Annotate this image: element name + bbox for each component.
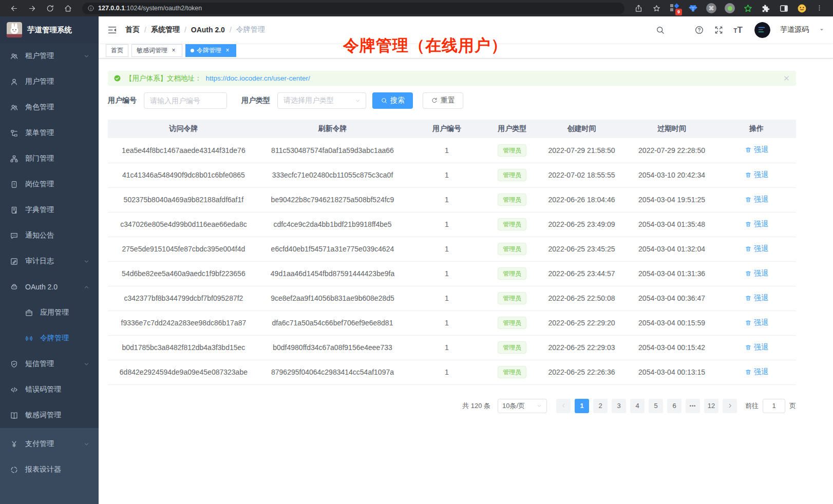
- browser-back-icon[interactable]: [10, 4, 18, 13]
- user-id-input[interactable]: [144, 92, 227, 109]
- header-search-icon[interactable]: [655, 25, 665, 35]
- reset-button[interactable]: 重置: [423, 92, 463, 109]
- tag-label: 首页: [111, 46, 123, 55]
- github-icon[interactable]: [675, 25, 685, 35]
- browser-menu-icon[interactable]: [816, 4, 823, 13]
- fullscreen-icon[interactable]: [714, 25, 724, 35]
- extension-grid-icon[interactable]: 9: [670, 3, 680, 13]
- page-button-1[interactable]: 1: [575, 399, 589, 413]
- page-button-4[interactable]: 4: [630, 399, 645, 413]
- search-button[interactable]: 搜索: [372, 92, 413, 109]
- sidebar-item-oauth2[interactable]: OAuth 2.0: [0, 274, 99, 300]
- user-id-cell: 1: [406, 286, 487, 311]
- force-logout-button[interactable]: 强退: [745, 294, 768, 303]
- force-logout-button[interactable]: 强退: [745, 220, 768, 229]
- sidebar-item-sensitive-word[interactable]: 敏感词管理: [0, 402, 99, 428]
- user-type-badge: 管理员: [498, 218, 526, 230]
- force-logout-button[interactable]: 强退: [745, 367, 768, 377]
- top-navbar: 首页/系统管理/OAuth 2.0/令牌管理 TT 芋道源码: [99, 16, 833, 43]
- profile-avatar-icon[interactable]: [797, 4, 807, 13]
- side-panel-icon[interactable]: [779, 4, 789, 13]
- breadcrumb-item[interactable]: OAuth 2.0: [191, 26, 225, 34]
- column-header: 访问令牌: [108, 120, 259, 138]
- breadcrumb-item[interactable]: 系统管理: [151, 25, 180, 34]
- created-time-cell: 2022-06-25 23:49:09: [537, 212, 627, 237]
- trash-icon: [745, 270, 752, 277]
- sidebar-item-menu[interactable]: 菜单管理: [0, 120, 99, 146]
- page-button-3[interactable]: 3: [612, 399, 626, 413]
- puzzle-extension-icon[interactable]: [761, 4, 771, 13]
- alert-close-icon[interactable]: [783, 74, 790, 82]
- user-menu-caret-icon[interactable]: [819, 27, 825, 33]
- page-button-5[interactable]: 5: [649, 399, 663, 413]
- share-icon[interactable]: [634, 4, 643, 13]
- force-logout-button[interactable]: 强退: [745, 195, 768, 204]
- browser-reload-icon[interactable]: [46, 4, 54, 13]
- sidebar-item-tenant[interactable]: 租户管理: [0, 43, 99, 69]
- tag-close-icon[interactable]: ×: [224, 47, 231, 54]
- tag-令牌管理[interactable]: 令牌管理×: [185, 44, 236, 57]
- sidebar-item-user[interactable]: 用户管理: [0, 69, 99, 94]
- force-logout-button[interactable]: 强退: [745, 318, 768, 327]
- browser-forward-icon[interactable]: [28, 4, 36, 13]
- sidebar-item-sms[interactable]: 短信管理: [0, 351, 99, 377]
- record-extension-icon[interactable]: [725, 3, 735, 13]
- page-button-2[interactable]: 2: [593, 399, 608, 413]
- help-icon[interactable]: [694, 25, 704, 35]
- force-logout-button[interactable]: 强退: [745, 269, 768, 278]
- sidebar-toggle-icon[interactable]: [107, 25, 118, 35]
- force-logout-button[interactable]: 强退: [745, 244, 768, 254]
- trash-icon: [745, 146, 752, 153]
- sidebar-item-error-code[interactable]: 错误码管理: [0, 377, 99, 402]
- address-bar[interactable]: 127.0.0.1:1024/system/oauth2/token: [82, 3, 624, 14]
- bookmark-star-icon[interactable]: [652, 4, 661, 13]
- sidebar: 芋道管理系统 租户管理用户管理角色管理菜单管理部门管理岗位管理字典管理通知公告审…: [0, 16, 99, 504]
- tag-敏感词管理[interactable]: 敏感词管理×: [131, 44, 182, 57]
- goto-unit-label: 页: [789, 401, 796, 411]
- goto-page-input[interactable]: [763, 399, 785, 413]
- sidebar-item-pay[interactable]: 支付管理: [0, 431, 99, 457]
- site-info-icon[interactable]: [87, 5, 94, 12]
- browser-home-icon[interactable]: [64, 4, 72, 13]
- user-avatar[interactable]: [754, 22, 770, 38]
- user-type-select[interactable]: 请选择用户类型: [277, 92, 366, 109]
- expire-time-cell: 2054-03-04 00:13:15: [627, 360, 717, 384]
- sidebar-item-label: 角色管理: [25, 103, 54, 112]
- access-token-cell: c347026e805e4d99b0d116eae66eda8c: [108, 212, 259, 237]
- sidebar-item-notice[interactable]: 通知公告: [0, 223, 99, 248]
- font-size-icon[interactable]: TT: [733, 26, 743, 34]
- next-page-button[interactable]: [723, 399, 737, 413]
- sidebar-item-oauth2-app[interactable]: 应用管理: [0, 300, 99, 325]
- more-pages-button[interactable]: •••: [686, 399, 700, 413]
- page-button-12[interactable]: 12: [704, 399, 718, 413]
- chevron-down-icon: [354, 98, 361, 104]
- page-button-6[interactable]: 6: [667, 399, 681, 413]
- column-header: 用户编号: [406, 120, 487, 138]
- refresh-token-cell: 8796295f04064c2983414cc54af1097a: [259, 360, 406, 384]
- sidebar-item-audit-log[interactable]: 审计日志: [0, 248, 99, 274]
- prev-page-button[interactable]: [556, 399, 571, 413]
- green-star-extension-icon[interactable]: [743, 4, 753, 13]
- page-size-select[interactable]: 10条/页: [498, 399, 547, 413]
- expire-time-cell: 2054-03-04 01:35:48: [627, 212, 717, 237]
- sidebar-item-dict[interactable]: 字典管理: [0, 197, 99, 223]
- sidebar-item-oauth2-token[interactable]: 令牌管理: [0, 325, 99, 351]
- created-time-cell: 2022-07-02 18:55:55: [537, 163, 627, 187]
- tag-active-dot: [191, 49, 194, 52]
- command-extension-icon[interactable]: ⌘: [706, 3, 716, 13]
- expire-time-cell: 2054-03-04 01:32:04: [627, 237, 717, 261]
- force-logout-button[interactable]: 强退: [745, 343, 768, 352]
- sidebar-item-report-designer[interactable]: 报表设计器: [0, 457, 99, 482]
- breadcrumb-item[interactable]: 首页: [125, 25, 140, 34]
- trash-icon: [745, 221, 752, 228]
- force-logout-button[interactable]: 强退: [745, 145, 768, 154]
- sidebar-item-post[interactable]: 岗位管理: [0, 171, 99, 197]
- tag-close-icon[interactable]: ×: [170, 47, 177, 54]
- tag-首页[interactable]: 首页: [106, 44, 128, 57]
- force-logout-button[interactable]: 强退: [745, 170, 768, 180]
- gem-extension-icon[interactable]: [688, 4, 698, 13]
- doc-link[interactable]: https://doc.iocoder.cn/user-center/: [206, 74, 310, 82]
- sidebar-item-role[interactable]: 角色管理: [0, 94, 99, 120]
- sidebar-item-dept[interactable]: 部门管理: [0, 146, 99, 171]
- robot-icon: [10, 283, 18, 292]
